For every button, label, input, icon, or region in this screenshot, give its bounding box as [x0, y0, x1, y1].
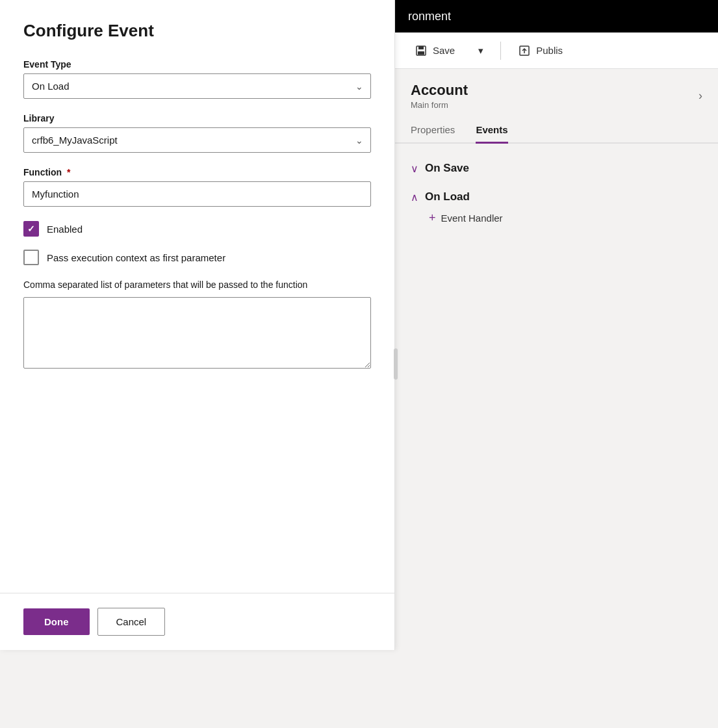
on-save-expand-icon: ∨ — [411, 162, 418, 175]
params-group: Comma separated list of parameters that … — [23, 278, 371, 371]
publish-icon — [518, 44, 531, 57]
publish-button[interactable]: Publis — [511, 40, 569, 61]
panel-splitter[interactable] — [390, 0, 402, 728]
pass-context-row: Pass execution context as first paramete… — [23, 250, 371, 265]
function-group: Function * — [23, 167, 371, 207]
toolbar-divider — [500, 42, 501, 60]
svg-rect-1 — [418, 46, 424, 49]
library-select[interactable]: crfb6_MyJavaScript — [23, 127, 371, 153]
library-label: Library — [23, 113, 371, 124]
on-load-collapse-icon: ∧ — [411, 191, 418, 203]
enabled-row: Enabled — [23, 221, 371, 237]
function-input[interactable] — [23, 181, 371, 207]
modal-title: Configure Event — [23, 21, 371, 41]
account-section: Account Main form › — [395, 69, 718, 110]
on-save-header[interactable]: ∨ On Save — [411, 162, 702, 175]
event-type-select-wrapper: On Load On Save On Change ⌄ — [23, 73, 371, 99]
cancel-button[interactable]: Cancel — [97, 608, 166, 636]
library-select-wrapper: crfb6_MyJavaScript ⌄ — [23, 127, 371, 153]
account-subtitle: Main form — [411, 100, 468, 110]
dropdown-chevron-icon: ▾ — [478, 45, 483, 57]
pass-context-checkbox-visual — [23, 250, 39, 265]
done-button[interactable]: Done — [23, 608, 90, 635]
function-label: Function * — [23, 167, 371, 177]
save-icon — [415, 44, 428, 57]
publish-label: Publis — [536, 45, 563, 56]
enabled-label: Enabled — [47, 224, 83, 235]
add-handler-button[interactable]: + Event Handler — [429, 211, 702, 225]
svg-rect-2 — [418, 51, 424, 55]
enabled-checkbox-visual — [23, 221, 39, 237]
add-handler-label: Event Handler — [441, 213, 503, 224]
on-load-label: On Load — [425, 190, 470, 203]
tab-properties[interactable]: Properties — [411, 118, 455, 144]
right-panel: ronment Save ▾ Publis Account — [395, 0, 718, 728]
save-button[interactable]: Save — [408, 40, 461, 61]
on-load-header[interactable]: ∧ On Load — [411, 190, 702, 203]
chevron-right-icon[interactable]: › — [699, 89, 702, 103]
pass-context-label: Pass execution context as first paramete… — [47, 252, 225, 263]
events-panel: ∨ On Save ∧ On Load + Event Handler — [395, 144, 718, 243]
pass-context-checkbox-wrapper[interactable] — [23, 250, 39, 265]
tabs-row: Properties Events — [395, 118, 718, 144]
event-type-select[interactable]: On Load On Save On Change — [23, 73, 371, 99]
event-type-label: Event Type — [23, 59, 371, 70]
account-title: Account — [411, 82, 468, 99]
plus-icon: + — [429, 211, 436, 225]
params-textarea[interactable] — [23, 297, 371, 369]
header-title: ronment — [408, 10, 451, 23]
account-info: Account Main form — [411, 82, 468, 110]
on-save-label: On Save — [425, 162, 469, 175]
save-dropdown-button[interactable]: ▾ — [472, 41, 490, 60]
params-label: Comma separated list of parameters that … — [23, 278, 371, 292]
on-save-section: ∨ On Save — [395, 154, 718, 183]
library-group: Library crfb6_MyJavaScript ⌄ — [23, 113, 371, 153]
event-type-group: Event Type On Load On Save On Change ⌄ — [23, 59, 371, 99]
configure-event-panel: Configure Event Event Type On Load On Sa… — [0, 0, 395, 650]
modal-footer: Done Cancel — [0, 593, 394, 650]
toolbar: Save ▾ Publis — [395, 32, 718, 69]
save-label: Save — [433, 45, 455, 56]
tab-events[interactable]: Events — [476, 118, 507, 144]
header-bar: ronment — [395, 0, 718, 32]
on-load-section: ∧ On Load + Event Handler — [395, 183, 718, 233]
enabled-checkbox-wrapper[interactable] — [23, 221, 39, 237]
splitter-visual — [394, 348, 398, 380]
required-indicator: * — [67, 167, 70, 177]
